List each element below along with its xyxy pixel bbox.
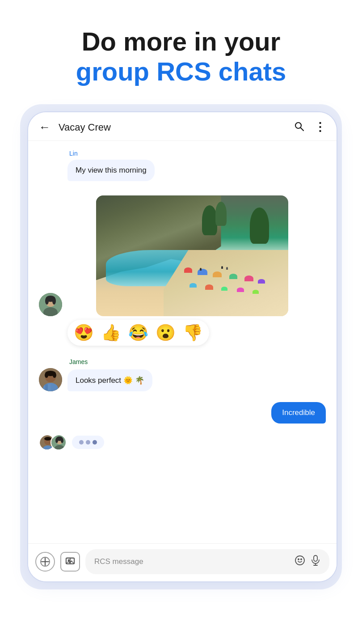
toolbar: ← Vacay Crew ⋮ bbox=[28, 112, 337, 141]
lin-message-group: Lin My view this morning bbox=[39, 150, 326, 181]
reaction-row: 😍 👍 😂 😮 👎 bbox=[67, 320, 209, 346]
lin-text-row: My view this morning bbox=[39, 160, 326, 181]
header-line1: Do more in your bbox=[27, 27, 335, 57]
lin-avatar bbox=[39, 293, 62, 316]
header-section: Do more in your group RCS chats bbox=[0, 0, 362, 104]
reaction-thumbs-up[interactable]: 👍 bbox=[101, 323, 121, 342]
reaction-thumbs-down[interactable]: 👎 bbox=[183, 323, 203, 342]
svg-rect-11 bbox=[48, 384, 51, 391]
james-text-bubble: Looks perfect 🌞 🌴 bbox=[67, 369, 152, 391]
svg-point-32 bbox=[68, 560, 69, 561]
svg-point-25 bbox=[61, 438, 63, 443]
phone-frame: ← Vacay Crew ⋮ Lin My view this morni bbox=[28, 112, 337, 581]
reaction-laugh[interactable]: 😂 bbox=[128, 323, 148, 342]
emoji-icon[interactable] bbox=[295, 555, 305, 568]
outgoing-bubble: Incredible bbox=[271, 402, 326, 424]
beach-image-container bbox=[96, 195, 288, 316]
media-button[interactable] bbox=[60, 552, 80, 572]
svg-point-7 bbox=[52, 297, 56, 305]
beach-image bbox=[96, 195, 288, 316]
chat-title: Vacay Crew bbox=[59, 122, 294, 133]
toolbar-icons: ⋮ bbox=[294, 120, 326, 134]
typing-dot-3 bbox=[93, 440, 97, 445]
lin-text-bubble: My view this morning bbox=[67, 160, 155, 181]
search-icon[interactable] bbox=[294, 121, 304, 134]
reaction-heart-eyes[interactable]: 😍 bbox=[74, 323, 94, 342]
svg-point-34 bbox=[298, 559, 299, 560]
svg-rect-10 bbox=[45, 384, 48, 391]
typing-dot-2 bbox=[86, 440, 90, 445]
reaction-surprised[interactable]: 😮 bbox=[156, 323, 176, 342]
james-text-row: Looks perfect 🌞 🌴 bbox=[39, 368, 326, 391]
svg-line-1 bbox=[301, 127, 304, 131]
chat-area: Lin My view this morning bbox=[28, 141, 337, 543]
header-line2: group RCS chats bbox=[27, 57, 335, 87]
typing-dots bbox=[72, 436, 104, 449]
james-message-group: James bbox=[39, 358, 326, 391]
svg-point-14 bbox=[45, 373, 48, 378]
svg-point-35 bbox=[301, 559, 302, 560]
back-button[interactable]: ← bbox=[39, 120, 51, 134]
input-right-icons bbox=[295, 555, 320, 568]
typing-avatars bbox=[39, 434, 67, 450]
james-sender-name: James bbox=[69, 358, 326, 365]
input-placeholder: RCS message bbox=[94, 557, 143, 566]
reactions-container: 😍 👍 😂 😮 👎 bbox=[39, 320, 326, 346]
svg-point-33 bbox=[295, 556, 304, 565]
lin-sender-name: Lin bbox=[69, 150, 326, 157]
svg-point-6 bbox=[45, 297, 49, 305]
svg-point-24 bbox=[55, 438, 58, 443]
add-button[interactable] bbox=[35, 552, 55, 572]
typing-dot-1 bbox=[79, 440, 84, 445]
typing-indicator-row bbox=[39, 434, 326, 450]
svg-rect-36 bbox=[314, 555, 317, 561]
more-options-icon[interactable]: ⋮ bbox=[314, 120, 326, 134]
lin-image-row bbox=[39, 192, 326, 316]
james-avatar bbox=[39, 368, 62, 391]
mic-icon[interactable] bbox=[311, 555, 320, 568]
outgoing-message-row: Incredible bbox=[39, 402, 326, 424]
input-bar: RCS message bbox=[28, 543, 337, 581]
svg-point-15 bbox=[53, 373, 56, 378]
phone-outer: ← Vacay Crew ⋮ Lin My view this morni bbox=[20, 104, 342, 589]
typing-avatar-2 bbox=[51, 434, 67, 450]
message-input[interactable]: RCS message bbox=[85, 549, 329, 574]
